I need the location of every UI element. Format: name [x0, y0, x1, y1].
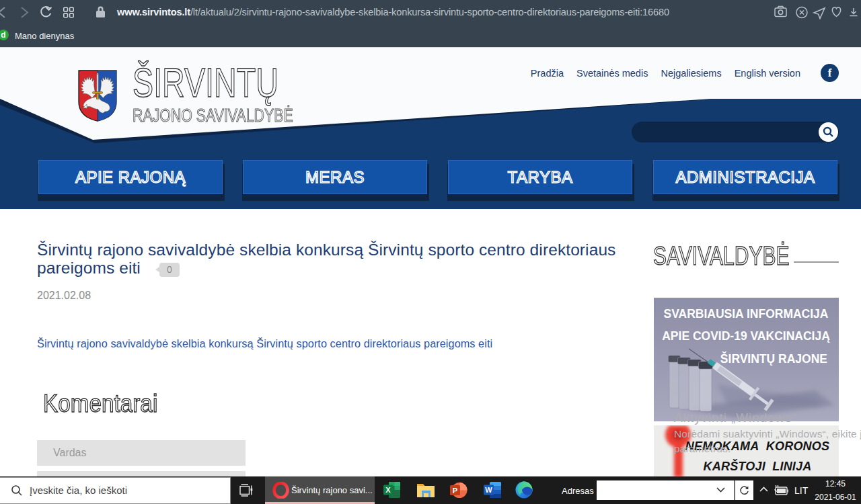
svg-text:X: X — [385, 486, 391, 494]
svg-text:APIE COVID-19 VAKCINACIJĄ: APIE COVID-19 VAKCINACIJĄ — [662, 329, 830, 343]
svg-text:SVARBIAUSIA INFORMACIJA: SVARBIAUSIA INFORMACIJA — [663, 307, 828, 321]
svg-text:W: W — [485, 486, 492, 494]
svg-text:P: P — [453, 487, 457, 495]
svg-text:ŠIRVINTŲ RAJONE: ŠIRVINTŲ RAJONE — [720, 351, 827, 366]
